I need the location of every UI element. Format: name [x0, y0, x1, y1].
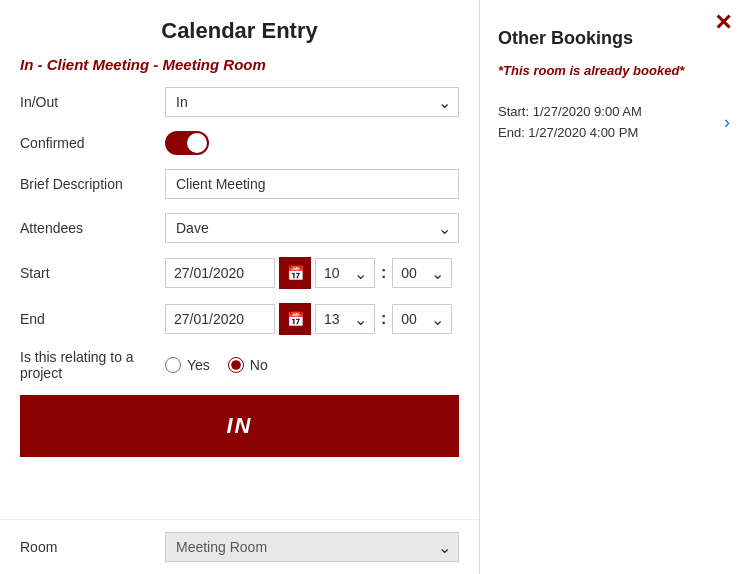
room-select[interactable]: Meeting Room [165, 532, 459, 562]
end-label: End [20, 311, 165, 327]
attendees-select[interactable]: Dave [165, 213, 459, 243]
booking-chevron-right-icon[interactable]: › [724, 112, 730, 133]
attendees-row: Attendees Dave ⌄ [20, 213, 459, 243]
booking-end: End: 1/27/2020 4:00 PM [498, 123, 642, 144]
project-yes-text: Yes [187, 357, 210, 373]
attendees-control: Dave ⌄ [165, 213, 459, 243]
modal-container: Calendar Entry In - Client Meeting - Mee… [0, 0, 748, 574]
in-out-control: In Out ⌄ [165, 87, 459, 117]
end-date-input[interactable] [165, 304, 275, 334]
already-booked-notice: *This room is already booked* [498, 63, 730, 78]
project-no-label[interactable]: No [228, 357, 268, 373]
start-date-input[interactable] [165, 258, 275, 288]
start-label: Start [20, 265, 165, 281]
confirmed-toggle[interactable] [165, 131, 209, 155]
booking-card[interactable]: Start: 1/27/2020 9:00 AM End: 1/27/2020 … [498, 94, 730, 152]
room-select-wrapper: Meeting Room ⌄ [165, 532, 459, 562]
in-out-row: In/Out In Out ⌄ [20, 87, 459, 117]
room-label: Room [20, 539, 165, 555]
toggle-knob [187, 133, 207, 153]
end-hour-select[interactable]: 10 11 12 13 14 [315, 304, 375, 334]
end-hour-wrapper: 10 11 12 13 14 ⌄ [315, 304, 375, 334]
end-datetime-row: 📅 10 11 12 13 14 ⌄ : [165, 303, 459, 335]
room-row: Room Meeting Room ⌄ [0, 519, 479, 574]
end-calendar-icon: 📅 [287, 311, 304, 327]
start-minute-wrapper: 00 15 30 45 ⌄ [392, 258, 452, 288]
start-time-colon: : [379, 264, 388, 282]
project-no-radio[interactable] [228, 357, 244, 373]
end-minute-wrapper: 00 15 30 45 ⌄ [392, 304, 452, 334]
in-out-label: In/Out [20, 94, 165, 110]
end-control: 📅 10 11 12 13 14 ⌄ : [165, 303, 459, 335]
start-hour-select[interactable]: 10 11 12 13 [315, 258, 375, 288]
project-control: Yes No [165, 357, 459, 373]
end-calendar-button[interactable]: 📅 [279, 303, 311, 335]
project-yes-radio[interactable] [165, 357, 181, 373]
close-button[interactable]: ✕ [714, 12, 732, 34]
project-label: Is this relating to a project [20, 349, 165, 381]
start-datetime-row: 📅 10 11 12 13 ⌄ : [165, 257, 459, 289]
confirmed-label: Confirmed [20, 135, 165, 151]
left-header: Calendar Entry [0, 0, 479, 52]
in-out-select[interactable]: In Out [165, 87, 459, 117]
brief-description-input[interactable] [165, 169, 459, 199]
entry-title: In - Client Meeting - Meeting Room [20, 56, 459, 73]
confirmed-row: Confirmed [20, 131, 459, 155]
attendees-select-wrapper: Dave ⌄ [165, 213, 459, 243]
left-panel: Calendar Entry In - Client Meeting - Mee… [0, 0, 480, 574]
in-button[interactable]: IN [20, 395, 459, 457]
start-row: Start 📅 10 11 12 13 [20, 257, 459, 289]
booking-start: Start: 1/27/2020 9:00 AM [498, 102, 642, 123]
form-scroll-area[interactable]: In - Client Meeting - Meeting Room In/Ou… [0, 52, 479, 519]
start-control: 📅 10 11 12 13 ⌄ : [165, 257, 459, 289]
end-minute-select[interactable]: 00 15 30 45 [392, 304, 452, 334]
right-panel: ✕ Other Bookings *This room is already b… [480, 0, 748, 574]
booking-info: Start: 1/27/2020 9:00 AM End: 1/27/2020 … [498, 102, 642, 144]
confirmed-control [165, 131, 459, 155]
start-calendar-icon: 📅 [287, 265, 304, 281]
project-radio-group: Yes No [165, 357, 459, 373]
end-row: End 📅 10 11 12 13 [20, 303, 459, 335]
in-out-select-wrapper: In Out ⌄ [165, 87, 459, 117]
end-time-colon: : [379, 310, 388, 328]
confirmed-toggle-wrapper [165, 131, 459, 155]
project-no-text: No [250, 357, 268, 373]
brief-description-row: Brief Description [20, 169, 459, 199]
brief-description-control [165, 169, 459, 199]
start-minute-select[interactable]: 00 15 30 45 [392, 258, 452, 288]
project-yes-label[interactable]: Yes [165, 357, 210, 373]
start-calendar-button[interactable]: 📅 [279, 257, 311, 289]
project-row: Is this relating to a project Yes No [20, 349, 459, 381]
brief-description-label: Brief Description [20, 176, 165, 192]
other-bookings-title: Other Bookings [498, 28, 730, 49]
page-title: Calendar Entry [0, 18, 479, 44]
start-hour-wrapper: 10 11 12 13 ⌄ [315, 258, 375, 288]
attendees-label: Attendees [20, 220, 165, 236]
